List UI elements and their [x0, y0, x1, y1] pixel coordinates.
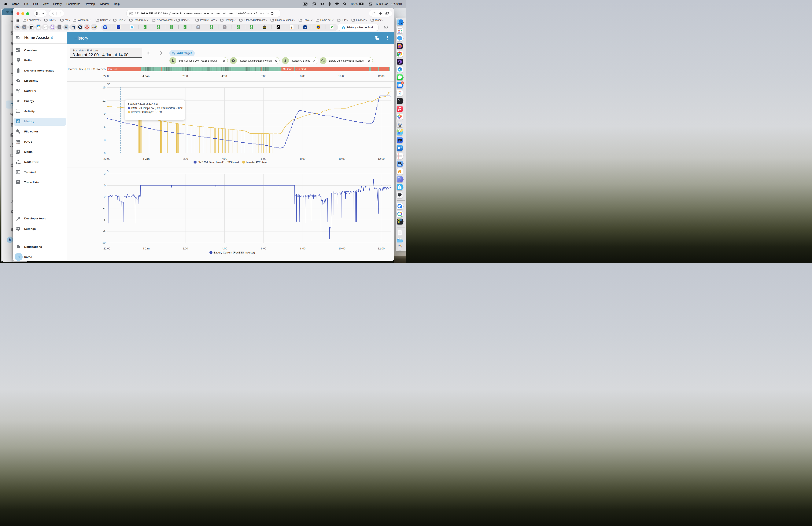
svg-text:22:00: 22:00 [103, 247, 111, 250]
svg-text:9: 9 [104, 112, 105, 115]
svg-text:°C: °C [107, 83, 110, 86]
svg-text:8:00: 8:00 [300, 157, 305, 160]
svg-text:2: 2 [104, 172, 105, 175]
svg-text:HACS: HACS [16, 143, 20, 144]
svg-text:4:00: 4:00 [222, 247, 227, 250]
svg-text:2:00: 2:00 [183, 247, 188, 250]
svg-text:Pro: Pro [399, 126, 401, 127]
svg-text:0: 0 [104, 151, 105, 155]
svg-text:BMS Cell Temp Low (FoxESS Inve: BMS Cell Temp Low (FoxESS Invert… [198, 160, 241, 164]
svg-text:-6: -6 [103, 218, 105, 221]
svg-text:12:00: 12:00 [378, 247, 385, 250]
svg-text:10:00: 10:00 [338, 247, 345, 250]
svg-text:10:00: 10:00 [338, 157, 345, 160]
svg-text:vnc: vnc [401, 145, 402, 148]
svg-text:0: 0 [104, 184, 105, 187]
svg-text:4:00: 4:00 [222, 157, 227, 160]
svg-text:6:00: 6:00 [261, 247, 266, 250]
svg-text:8:00: 8:00 [300, 247, 305, 250]
svg-text:6:00: 6:00 [261, 157, 266, 160]
svg-text:22:00: 22:00 [103, 157, 111, 160]
svg-text:BMW: BMW [79, 25, 81, 26]
svg-text:15: 15 [102, 86, 105, 89]
svg-text:4 Jan: 4 Jan [143, 157, 149, 160]
svg-text:-4: -4 [103, 207, 105, 210]
svg-text:4 Jan: 4 Jan [143, 247, 149, 250]
svg-text:Inverter PCB temp: Inverter PCB temp [246, 160, 268, 164]
svg-text:A: A [106, 170, 108, 173]
svg-text:-10: -10 [102, 241, 105, 244]
svg-text:-8: -8 [103, 230, 105, 233]
svg-text:12: 12 [102, 99, 105, 102]
svg-text:2:00: 2:00 [183, 157, 188, 160]
svg-text:3: 3 [104, 138, 105, 141]
svg-text:12:00: 12:00 [378, 157, 385, 160]
svg-text:-2: -2 [103, 195, 105, 198]
svg-text:Battery Current (FoxESS Invert: Battery Current (FoxESS Inverter) [213, 251, 255, 254]
svg-text:6: 6 [104, 125, 105, 128]
